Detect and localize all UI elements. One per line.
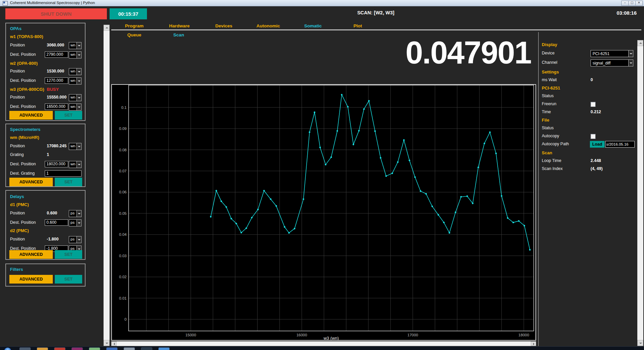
d1-dest-input[interactable]: 0.600 [45,219,68,226]
w3-dest-input[interactable]: 16500.000 [45,104,68,110]
scroll-right-button[interactable] [531,341,536,346]
scroll-down-button[interactable] [637,340,643,346]
right-panel-scrollbar[interactable] [637,40,643,346]
opas-title: OPAs [10,26,21,31]
tab-autonomic[interactable]: Autonomic [257,23,280,28]
scan-chart: 00.010.020.030.040.050.060.070.080.090.1… [112,85,535,340]
svg-text:0.06: 0.06 [119,190,127,194]
w2-position-units-dropdown[interactable]: wn [69,68,82,75]
d1-position-units-dropdown[interactable]: ps [69,210,82,217]
tab-plot[interactable]: Plot [353,23,362,28]
svg-text:0.05: 0.05 [119,211,127,215]
taskbar-app-9[interactable] [158,347,170,350]
tab-devices[interactable]: Devices [215,23,232,28]
w3-dest-units-dropdown[interactable]: wn [69,104,82,111]
svg-text:0.07: 0.07 [119,169,127,173]
shutdown-button[interactable]: SHUT DOWN [5,8,107,19]
w1-dest-label: Dest. Position [10,52,36,57]
d2-name: d2 (PMC) [10,228,29,233]
filters-title: Filters [10,267,23,272]
app-icon [3,1,8,6]
wm-dest-units-dropdown[interactable]: wn [69,161,82,168]
taskbar [0,346,644,350]
subtab-queue[interactable]: Queue [127,32,141,37]
ms-wait-label: ms Wait [542,77,557,82]
svg-text:15000: 15000 [185,333,196,337]
chevron-down-icon [76,161,81,168]
device-dropdown[interactable]: PCI-6251 [591,50,633,57]
filters-panel: Filters ADVANCED SET [5,264,86,287]
filters-set-button[interactable]: SET [55,275,82,284]
scroll-up-button[interactable] [104,25,110,31]
wm-name: wm (MicroHR) [10,135,39,140]
taskbar-app-8[interactable] [141,347,152,350]
delays-advanced-button[interactable]: ADVANCED [9,250,53,259]
freerun-label: Freerun [542,102,556,106]
taskbar-app-6[interactable] [106,347,118,350]
spectrometers-set-button[interactable]: SET [55,178,82,186]
filters-advanced-button[interactable]: ADVANCED [9,275,53,284]
taskbar-app-5[interactable] [89,347,100,350]
d1-dest-units-dropdown[interactable]: ps [69,219,82,226]
chevron-down-icon [76,236,81,243]
opas-advanced-button[interactable]: ADVANCED [9,111,53,120]
maximize-button[interactable]: ▢ [628,1,636,6]
autocopy-path-input[interactable]: s/2016.05.16 [605,141,635,148]
scroll-up-button[interactable] [637,40,643,46]
svg-text:0.1: 0.1 [121,106,127,110]
loop-time-label: Loop Time [542,158,561,163]
w3-position-units-dropdown[interactable]: wn [69,94,82,101]
svg-text:17000: 17000 [408,333,418,337]
scroll-down-button[interactable] [104,340,110,346]
svg-text:0.04: 0.04 [119,232,127,236]
wm-dest-input[interactable]: 18020.000 [45,161,68,167]
time-value: 0.212 [591,110,601,114]
tab-hardware[interactable]: Hardware [169,23,190,28]
w2-dest-units-dropdown[interactable]: wn [69,77,82,84]
tab-program[interactable]: Program [125,23,144,28]
start-button[interactable] [4,347,11,350]
pci-header: PCI-6251 [542,85,560,91]
chevron-down-icon [76,210,81,217]
taskbar-app-4[interactable] [71,347,83,350]
close-button[interactable]: ✕ [635,1,643,6]
svg-text:0: 0 [125,317,127,321]
w1-dest-input[interactable]: 2790.000 [45,51,68,58]
d1-position-label: Position [10,211,25,215]
wm-position-label: Position [10,144,25,148]
title-bar: Coherent Multidimensional Spectroscopy |… [0,0,644,6]
wm-position-units-dropdown[interactable]: wn [69,143,82,150]
chevron-down-icon [628,50,633,57]
load-button[interactable]: Load [590,141,605,148]
elapsed-timer: 00:15:37 [110,8,147,19]
right-panel-divider [538,32,539,346]
opa-w1-name: w1 (TOPAS-800) [10,34,43,39]
minimize-button[interactable]: – [621,1,629,6]
taskbar-app-2[interactable] [37,347,48,350]
wm-dest-grating-input[interactable]: 1 [45,170,82,177]
tab-somatic[interactable]: Somatic [304,23,322,28]
autocopy-checkbox[interactable] [591,134,596,139]
w2-dest-input[interactable]: 1270.000 [45,77,68,84]
subtab-scan[interactable]: Scan [173,32,184,37]
opas-set-button[interactable]: SET [55,111,82,120]
spectrometers-advanced-button[interactable]: ADVANCED [9,178,53,186]
channel-dropdown[interactable]: signal_diff [591,59,633,66]
d1-dest-label: Dest. Position [10,220,36,225]
d2-position-units-dropdown[interactable]: ps [69,236,82,243]
freerun-checkbox[interactable] [591,102,596,107]
taskbar-app-3[interactable] [54,347,65,350]
d1-name: d1 (PMC) [10,202,29,207]
wm-dest-grating-label: Dest. Grating [10,171,35,176]
main-horizontal-scrollbar[interactable] [111,341,536,346]
taskbar-app-7[interactable] [124,347,135,350]
wm-grating-value: 1 [47,152,69,157]
w1-position-units-dropdown[interactable]: wn [69,42,82,49]
delays-set-button[interactable]: SET [55,250,82,259]
scroll-left-button[interactable] [111,341,117,346]
w3-busy-badge: BUSY [47,87,59,92]
main-vertical-scrollbar[interactable] [104,25,110,346]
taskbar-app-1[interactable] [19,347,31,350]
w1-dest-units-dropdown[interactable]: wn [69,51,82,58]
scan-header: Scan [542,150,552,155]
